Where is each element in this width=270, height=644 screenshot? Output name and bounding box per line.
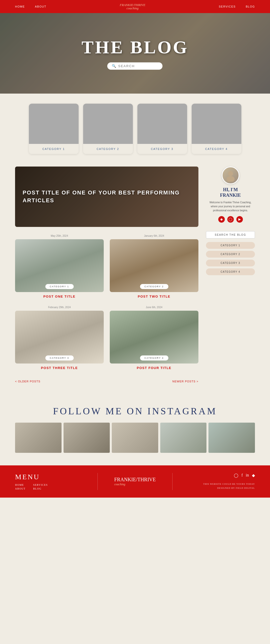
hero-section: THE BLOG 🔍: [0, 13, 270, 94]
main-content: POST TITLE OF ONE OF YOUR BEST PERFORMIN…: [0, 162, 270, 395]
hero-title: THE BLOG: [81, 37, 188, 58]
footer-menu-col-2: SERVICES BLOG: [33, 484, 48, 490]
footer-copyright: THIS WEBSITE COULD BE YOURS TODAY DESIGN…: [180, 482, 255, 490]
hero-search-bar[interactable]: 🔍: [107, 62, 163, 70]
post-title-3: POST THREE TITLE: [15, 366, 104, 370]
avatar-icon: [224, 169, 237, 182]
footer-pinterest-icon[interactable]: ◆: [252, 473, 255, 478]
post-title-1: POST ONE TITLE: [15, 295, 104, 298]
nav-about[interactable]: ABOUT: [35, 5, 46, 8]
spotify-icon[interactable]: ▶: [236, 216, 243, 223]
instagram-icon[interactable]: ◯: [227, 216, 234, 223]
footer-right: ◯ f in ◆ THIS WEBSITE COULD BE YOURS TOD…: [173, 473, 255, 490]
category-image-4: [192, 104, 241, 144]
post-image-1: CATEGORY 1: [15, 239, 104, 292]
instagram-image-2[interactable]: [64, 423, 110, 453]
footer-about-link[interactable]: ABOUT: [15, 487, 26, 490]
post-title-2: POST TWO TITLE: [110, 295, 198, 298]
category-image-2: [83, 104, 133, 144]
nav-left: HOME ABOUT: [15, 5, 46, 8]
nav-right: SERVICES BLOG: [219, 5, 255, 8]
post-title-4: POST FOUR TITLE: [110, 366, 198, 370]
sidebar-cat-btn-3[interactable]: CATEGORY 3: [206, 260, 255, 266]
avatar: [222, 167, 239, 184]
sidebar-description: Welcome to Frankie Thrive Coaching, wher…: [206, 200, 255, 213]
svg-point-0: [228, 171, 233, 176]
sidebar-social-icons: ◆ ◯ ▶: [218, 216, 243, 223]
blog-column: POST TITLE OF ONE OF YOUR BEST PERFORMIN…: [15, 167, 198, 390]
footer-social-icons: ◯ f in ◆: [180, 473, 255, 478]
category-card-1[interactable]: CATEGORY 1: [29, 104, 79, 154]
nav-blog[interactable]: BLOG: [246, 5, 255, 8]
navbar: HOME ABOUT FRANKIE/THRIVE coaching SERVI…: [0, 0, 270, 13]
post-item-3[interactable]: February 29th, 2024 CATEGORY 3 POST THRE…: [15, 306, 104, 370]
post-row-1: May 25th, 2024 CATEGORY 1 POST ONE TITLE…: [15, 234, 198, 298]
instagram-title: FOLLOW ME ON INSTAGRAM: [15, 406, 255, 417]
sidebar-search-button[interactable]: SEARCH THE BLOG: [206, 231, 255, 238]
instagram-section: FOLLOW ME ON INSTAGRAM: [0, 395, 270, 465]
category-label-1: CATEGORY 1: [29, 144, 79, 154]
featured-title: POST TITLE OF ONE OF YOUR BEST PERFORMIN…: [23, 189, 191, 205]
footer-linkedin-icon[interactable]: in: [246, 473, 249, 478]
footer-brand: FRANKIE/THRIVE coaching: [98, 473, 173, 490]
footer-menu-title: MENU: [15, 473, 90, 481]
category-card-2[interactable]: CATEGORY 2: [83, 104, 133, 154]
post-image-4: CATEGORY 4: [110, 311, 198, 364]
instagram-image-5[interactable]: [208, 423, 255, 453]
footer-menu-links: HOME ABOUT SERVICES BLOG: [15, 484, 90, 490]
instagram-image-1[interactable]: [15, 423, 62, 453]
category-image-3: [137, 104, 187, 144]
instagram-image-3[interactable]: [112, 423, 158, 453]
category-label-4: CATEGORY 4: [192, 144, 241, 154]
sidebar-cat-btn-1[interactable]: CATEGORY 1: [206, 242, 255, 249]
post-image-3: CATEGORY 3: [15, 311, 104, 364]
sidebar: HI, I'M FRANKIE Welcome to Frankie Thriv…: [206, 167, 255, 390]
category-card-3[interactable]: CATEGORY 3: [137, 104, 187, 154]
post-category-badge-2: CATEGORY 2: [140, 284, 168, 289]
newer-posts-link[interactable]: NEWER POSTS >: [172, 380, 198, 383]
footer-home-link[interactable]: HOME: [15, 484, 26, 486]
post-item-1[interactable]: May 25th, 2024 CATEGORY 1 POST ONE TITLE: [15, 234, 104, 298]
featured-content: POST TITLE OF ONE OF YOUR BEST PERFORMIN…: [15, 167, 198, 227]
instagram-grid: [15, 423, 255, 453]
footer-menu-col-1: HOME ABOUT: [15, 484, 26, 490]
sidebar-name: HI, I'M FRANKIE: [220, 187, 241, 198]
post-item-2[interactable]: January 6th, 2024 CATEGORY 2 POST TWO TI…: [110, 234, 198, 298]
featured-post[interactable]: POST TITLE OF ONE OF YOUR BEST PERFORMIN…: [15, 167, 198, 227]
svg-point-1: [227, 176, 235, 182]
categories-section: CATEGORY 1 CATEGORY 2 CATEGORY 3 CATEGOR…: [0, 94, 270, 162]
post-category-badge-3: CATEGORY 3: [45, 355, 74, 360]
category-card-4[interactable]: CATEGORY 4: [192, 104, 241, 154]
post-category-badge-1: CATEGORY 1: [45, 284, 74, 289]
sidebar-cat-btn-4[interactable]: CATEGORY 4: [206, 268, 255, 275]
pinterest-icon[interactable]: ◆: [218, 216, 225, 223]
post-image-2: CATEGORY 2: [110, 239, 198, 292]
instagram-image-4[interactable]: [160, 423, 207, 453]
nav-services[interactable]: SERVICES: [219, 5, 236, 8]
older-posts-link[interactable]: < OLDER POSTS: [15, 380, 40, 383]
post-row-2: February 29th, 2024 CATEGORY 3 POST THRE…: [15, 306, 198, 370]
category-label-3: CATEGORY 3: [137, 144, 187, 154]
footer-services-link[interactable]: SERVICES: [33, 484, 48, 486]
footer: MENU HOME ABOUT SERVICES BLOG FRANKIE/TH…: [0, 465, 270, 498]
category-image-1: [29, 104, 79, 144]
sidebar-cat-btn-2[interactable]: CATEGORY 2: [206, 251, 255, 258]
post-date-3: February 29th, 2024: [15, 306, 104, 309]
brand-logo[interactable]: FRANKIE/THRIVE coaching: [46, 3, 219, 10]
post-item-4[interactable]: June 6th, 2024 CATEGORY 4 POST FOUR TITL…: [110, 306, 198, 370]
nav-home[interactable]: HOME: [15, 5, 25, 8]
footer-facebook-icon[interactable]: f: [241, 473, 243, 478]
post-date-1: May 25th, 2024: [15, 234, 104, 237]
footer-menu: MENU HOME ABOUT SERVICES BLOG: [15, 473, 98, 490]
post-category-badge-4: CATEGORY 4: [140, 355, 168, 360]
footer-blog-link[interactable]: BLOG: [33, 487, 48, 490]
footer-instagram-icon[interactable]: ◯: [234, 473, 238, 478]
search-icon: 🔍: [112, 64, 116, 68]
post-date-4: June 6th, 2024: [110, 306, 198, 309]
pagination: < OLDER POSTS NEWER POSTS >: [15, 377, 198, 390]
hero-content: THE BLOG 🔍: [81, 37, 188, 70]
search-input[interactable]: [118, 64, 160, 68]
post-date-2: January 6th, 2024: [110, 234, 198, 237]
sidebar-avatar-section: HI, I'M FRANKIE Welcome to Frankie Thriv…: [206, 167, 255, 227]
category-label-2: CATEGORY 2: [83, 144, 133, 154]
